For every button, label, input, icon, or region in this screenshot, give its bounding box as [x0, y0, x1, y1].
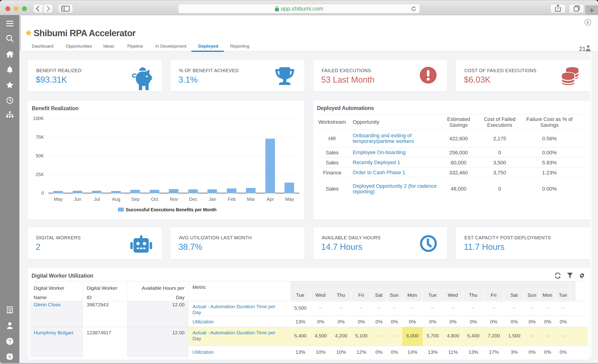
svg-text:S: S: [8, 355, 11, 359]
